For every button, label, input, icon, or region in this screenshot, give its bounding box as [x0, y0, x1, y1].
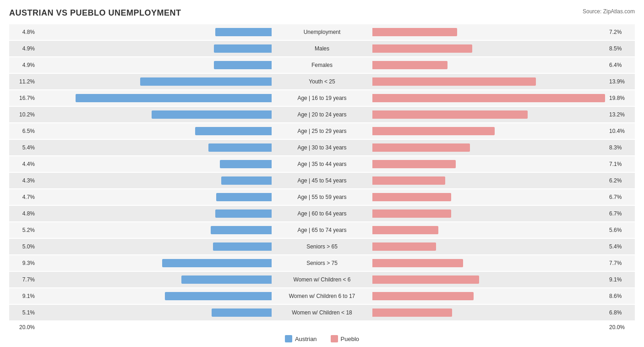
bar-row: 4.7% Age | 55 to 59 years 6.7% — [9, 189, 635, 205]
right-value: 7.2% — [607, 29, 635, 35]
row-label: Women w/ Children < 18 — [272, 309, 372, 316]
legend-box-austrian — [285, 335, 292, 342]
left-value: 5.0% — [9, 243, 37, 250]
left-value: 4.3% — [9, 177, 37, 184]
right-value: 13.2% — [607, 111, 635, 118]
left-bar-container — [37, 305, 272, 320]
row-label: Youth < 25 — [272, 78, 372, 85]
left-bar-container — [37, 156, 272, 172]
right-bar — [372, 44, 472, 53]
row-label: Age | 16 to 19 years — [272, 95, 372, 101]
right-bar — [372, 242, 436, 251]
left-bar-container — [37, 272, 272, 287]
right-bar-container — [372, 41, 607, 56]
bar-row: 5.0% Seniors > 65 5.4% — [9, 239, 635, 254]
right-value: 6.7% — [607, 210, 635, 217]
left-bar — [181, 275, 272, 284]
right-bar-container — [372, 123, 607, 139]
left-bar-container — [37, 222, 272, 238]
left-value: 16.7% — [9, 95, 37, 101]
left-bar — [220, 160, 272, 168]
bar-row: 6.5% Age | 25 to 29 years 10.4% — [9, 123, 635, 139]
right-value: 6.2% — [607, 177, 635, 184]
row-label: Males — [272, 45, 372, 52]
legend-box-pueblo — [331, 335, 338, 342]
left-bar — [162, 259, 272, 267]
left-bar-container — [37, 255, 272, 271]
left-value: 4.7% — [9, 194, 37, 200]
left-bar-container — [37, 239, 272, 254]
right-bar — [372, 308, 452, 317]
left-value: 4.8% — [9, 29, 37, 35]
row-label: Seniors > 65 — [272, 243, 372, 250]
left-bar — [212, 308, 272, 317]
left-value: 9.3% — [9, 260, 37, 266]
chart-header: AUSTRIAN VS PUEBLO UNEMPLOYMENT Source: … — [9, 8, 635, 18]
left-bar — [195, 127, 272, 135]
left-value: 7.7% — [9, 276, 37, 283]
right-value: 5.6% — [607, 227, 635, 233]
left-value: 6.5% — [9, 128, 37, 134]
left-bar — [213, 242, 272, 251]
bar-row: 4.9% Females 6.4% — [9, 57, 635, 73]
right-value: 8.3% — [607, 144, 635, 151]
left-value: 10.2% — [9, 111, 37, 118]
row-label: Age | 25 to 29 years — [272, 128, 372, 134]
right-bar — [372, 28, 457, 36]
bar-row: 5.1% Women w/ Children < 18 6.8% — [9, 305, 635, 320]
left-bar — [214, 44, 272, 53]
right-bar-container — [372, 189, 607, 205]
left-bar — [216, 193, 272, 201]
right-bar — [372, 61, 448, 69]
right-bar-container — [372, 140, 607, 155]
right-value: 7.7% — [607, 260, 635, 266]
left-bar — [211, 226, 272, 234]
left-value: 4.4% — [9, 161, 37, 167]
left-bar-container — [37, 24, 272, 40]
bar-row: 5.2% Age | 65 to 74 years 5.6% — [9, 222, 635, 238]
row-label: Females — [272, 62, 372, 68]
left-bar-container — [37, 123, 272, 139]
right-bar-container — [372, 272, 607, 287]
left-bar — [208, 143, 272, 152]
left-value: 5.1% — [9, 309, 37, 316]
left-bar — [152, 110, 272, 119]
left-bar-container — [37, 41, 272, 56]
right-bar — [372, 143, 470, 152]
right-bar-container — [372, 107, 607, 122]
row-label: Unemployment — [272, 29, 372, 35]
right-bar-container — [372, 222, 607, 238]
row-label: Seniors > 75 — [272, 260, 372, 266]
row-label: Age | 60 to 64 years — [272, 210, 372, 217]
right-bar — [372, 226, 438, 234]
left-bar — [76, 94, 272, 102]
left-value: 9.1% — [9, 293, 37, 299]
bar-row: 10.2% Age | 20 to 24 years 13.2% — [9, 107, 635, 122]
right-value: 6.8% — [607, 309, 635, 316]
right-bar-container — [372, 90, 607, 106]
right-bar-container — [372, 206, 607, 221]
right-value: 6.4% — [607, 62, 635, 68]
right-bar — [372, 127, 495, 135]
right-bar — [372, 292, 474, 300]
chart-container: AUSTRIAN VS PUEBLO UNEMPLOYMENT Source: … — [0, 0, 644, 347]
right-bar-container — [372, 288, 607, 304]
left-bar-container — [37, 107, 272, 122]
left-bar — [214, 61, 272, 69]
row-label: Age | 65 to 74 years — [272, 227, 372, 233]
left-bar-container — [37, 90, 272, 106]
bar-row: 4.8% Age | 60 to 64 years 6.7% — [9, 206, 635, 221]
right-bar-container — [372, 173, 607, 188]
right-bar-container — [372, 239, 607, 254]
row-label: Women w/ Children < 6 — [272, 276, 372, 283]
bar-row: 11.2% Youth < 25 13.9% — [9, 74, 635, 89]
bar-row: 9.1% Women w/ Children 6 to 17 8.6% — [9, 288, 635, 304]
right-bar-container — [372, 74, 607, 89]
row-label: Women w/ Children 6 to 17 — [272, 293, 372, 299]
bar-row: 7.7% Women w/ Children < 6 9.1% — [9, 272, 635, 287]
row-label: Age | 55 to 59 years — [272, 194, 372, 200]
bar-row: 16.7% Age | 16 to 19 years 19.8% — [9, 90, 635, 106]
left-value: 11.2% — [9, 78, 37, 85]
bar-row: 4.8% Unemployment 7.2% — [9, 24, 635, 40]
right-bar — [372, 77, 536, 86]
